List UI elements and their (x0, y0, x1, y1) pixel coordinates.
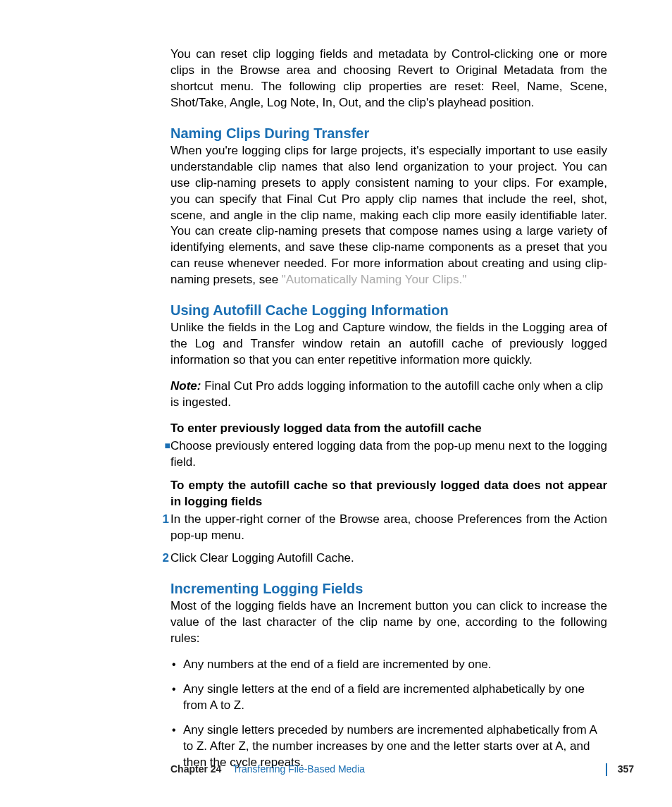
auto-naming-link[interactable]: "Automatically Naming Your Clips." (282, 273, 466, 286)
autofill-body: Unlike the fields in the Log and Capture… (170, 320, 607, 369)
heading-incrementing: Incrementing Logging Fields (170, 581, 607, 597)
bullet-dot-icon: • (172, 657, 176, 672)
rule-numbers-text: Any numbers at the end of a field are in… (183, 658, 492, 671)
heading-naming-clips: Naming Clips During Transfer (170, 125, 607, 142)
square-bullet-icon: ■ (158, 439, 170, 452)
step-1: 1 In the upper-right corner of the Brows… (170, 512, 607, 544)
note-label: Note: (170, 379, 201, 393)
rule-letters-text: Any single letters at the end of a field… (183, 682, 585, 712)
increment-rules-list: • Any numbers at the end of a field are … (170, 657, 607, 771)
naming-clips-body: When you're logging clips for large proj… (170, 143, 607, 288)
heading-autofill: Using Autofill Cache Logging Information (170, 302, 607, 319)
footer-inner: Chapter 24 Transferring File-Based Media… (170, 763, 607, 776)
step-number-1: 1 (156, 512, 169, 528)
chapter-label: Chapter 24 (170, 763, 221, 775)
bullet-choose-logging: ■ Choose previously entered logging data… (170, 438, 607, 471)
naming-clips-text: When you're logging clips for large proj… (170, 144, 607, 287)
intro-paragraph: You can reset clip logging fields and me… (170, 47, 607, 111)
step-2-text: Click Clear Logging Autofill Cache. (170, 551, 354, 565)
step-1-text: In the upper-right corner of the Browse … (170, 512, 607, 542)
bullet-dot-icon: • (172, 722, 176, 738)
chapter-title: Transferring File-Based Media (232, 763, 365, 775)
note-text: Final Cut Pro adds logging information t… (170, 379, 603, 409)
incrementing-body: Most of the logging fields have an Incre… (170, 598, 607, 647)
bullet-choose-logging-text: Choose previously entered logging data f… (170, 439, 607, 469)
page-number: 357 (618, 763, 634, 775)
step-2: 2 Click Clear Logging Autofill Cache. (170, 550, 607, 567)
note-block: Note: Final Cut Pro adds logging informa… (170, 378, 607, 411)
bullet-dot-icon: • (172, 682, 176, 697)
subhead-enter-autofill: To enter previously logged data from the… (170, 421, 607, 437)
rule-letters-numbers-text: Any single letters preceded by numbers a… (183, 723, 597, 769)
rule-numbers: • Any numbers at the end of a field are … (170, 657, 607, 673)
page-footer: Chapter 24 Transferring File-Based Media… (0, 763, 672, 776)
page-content: You can reset clip logging fields and me… (0, 0, 672, 771)
step-number-2: 2 (156, 550, 169, 567)
subhead-empty-autofill: To empty the autofill cache so that prev… (170, 478, 607, 510)
rule-letters: • Any single letters at the end of a fie… (170, 682, 607, 714)
